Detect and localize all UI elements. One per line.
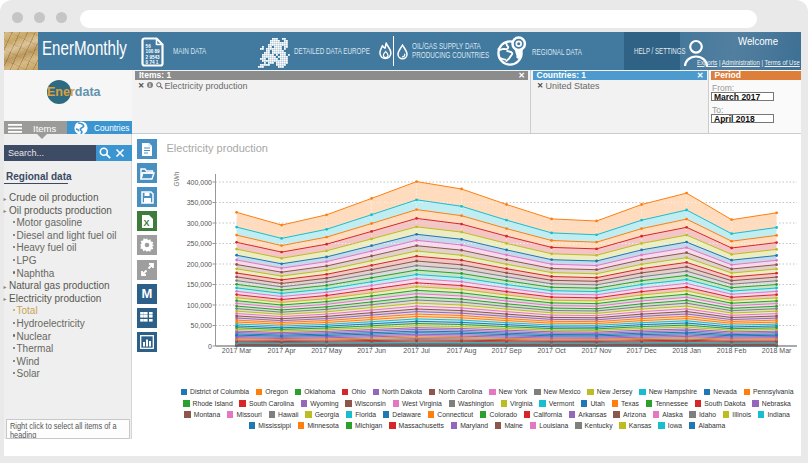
svg-text:100 89: 100 89 [146,49,160,54]
svg-text:0: 0 [208,343,212,350]
svg-text:2017 Dec: 2017 Dec [627,347,657,354]
svg-text:2017 Sep: 2017 Sep [492,347,522,355]
svg-text:2017 Nov: 2017 Nov [582,347,612,354]
svg-text:300,000: 300,000 [187,220,212,227]
svg-text:2017 Apr: 2017 Apr [268,347,297,355]
svg-text:X: X [143,218,149,228]
svg-text:350,000: 350,000 [187,199,212,206]
svg-text:100,000: 100,000 [187,302,212,309]
svg-text:GWh: GWh [173,171,180,186]
svg-text:2018 Feb: 2018 Feb [717,347,747,354]
svg-text:2018 Mar: 2018 Mar [762,347,792,354]
svg-text:0 74 1: 0 74 1 [146,60,159,65]
svg-text:2017 Aug: 2017 Aug [447,347,477,355]
svg-text:2017 Jun: 2017 Jun [357,347,386,354]
svg-text:50,000: 50,000 [191,322,213,329]
svg-text:2017 Jul: 2017 Jul [403,347,430,354]
svg-text:2017 Oct: 2017 Oct [537,347,565,354]
svg-text:56: 56 [146,43,152,48]
svg-text:250,000: 250,000 [187,240,212,247]
svg-text:2 9543: 2 9543 [146,54,160,59]
svg-text:200,000: 200,000 [187,261,212,268]
svg-text:2017 Mar: 2017 Mar [222,347,252,354]
svg-text:2017 May: 2017 May [311,347,342,355]
svg-text:2018 Jan: 2018 Jan [672,347,701,354]
svg-text:150,000: 150,000 [187,281,212,288]
svg-text:400,000: 400,000 [187,179,212,186]
